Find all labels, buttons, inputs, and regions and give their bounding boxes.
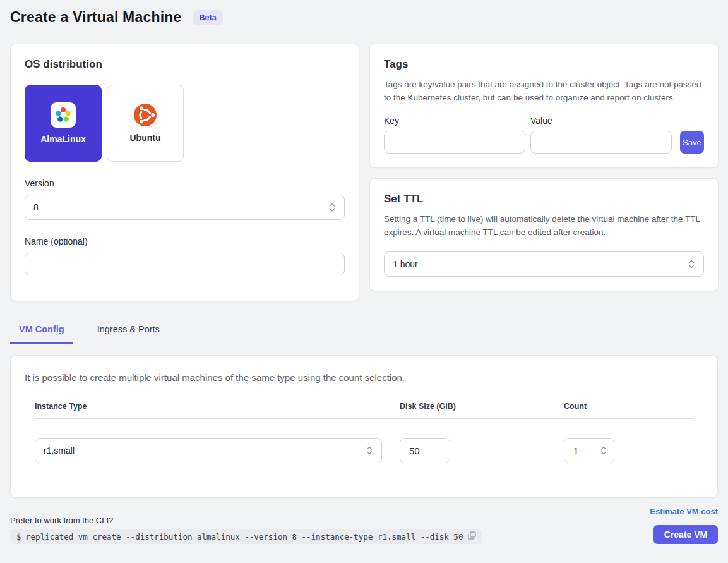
- config-tabs: VM Config Ingress & Ports: [10, 318, 718, 344]
- instance-type-value: r1.small: [44, 445, 75, 456]
- tag-inputs-row: Save: [384, 131, 704, 154]
- create-vm-button[interactable]: Create VM: [653, 525, 718, 544]
- almalinux-logo-icon: [51, 102, 76, 128]
- instance-type-select[interactable]: r1.small: [35, 438, 382, 463]
- count-stepper[interactable]: 1: [564, 438, 614, 463]
- cli-block: Prefer to work from the CLI? $ replicate…: [10, 516, 482, 544]
- version-label: Version: [25, 178, 345, 188]
- vm-name-label: Name (optional): [25, 236, 345, 246]
- os-distribution-heading: OS distribution: [25, 58, 345, 71]
- tag-value-label: Value: [530, 116, 677, 126]
- chevron-up-down-icon: [688, 259, 695, 269]
- os-tile-ubuntu[interactable]: Ubuntu: [107, 85, 184, 162]
- ttl-select-value: 1 hour: [393, 259, 418, 269]
- tab-ingress-ports[interactable]: Ingress & Ports: [88, 318, 169, 344]
- ubuntu-logo-icon: [134, 104, 157, 126]
- tag-key-label: Key: [384, 116, 530, 126]
- copy-icon[interactable]: [468, 531, 476, 542]
- version-select[interactable]: 8: [25, 195, 345, 220]
- tab-vm-config[interactable]: VM Config: [10, 318, 73, 344]
- page-header: Create a Virtual Machine Beta: [10, 9, 718, 26]
- os-tile-label: AlmaLinux: [40, 134, 86, 144]
- beta-badge: Beta: [193, 10, 223, 25]
- chevron-up-down-icon: [328, 202, 336, 212]
- vm-table-row: r1.small 1: [35, 438, 693, 481]
- save-tag-button[interactable]: Save: [680, 131, 704, 154]
- chevron-up-down-icon: [366, 445, 373, 456]
- cli-prompt: Prefer to work from the CLI?: [10, 516, 482, 525]
- count-value: 1: [573, 445, 578, 456]
- set-ttl-card: Set TTL Setting a TTL (time to live) wil…: [369, 178, 719, 291]
- os-tile-label: Ubuntu: [130, 133, 161, 143]
- os-tiles: AlmaLinux: [25, 85, 345, 162]
- tags-heading: Tags: [384, 58, 704, 71]
- estimate-vm-cost-link[interactable]: Estimate VM cost: [650, 507, 718, 516]
- os-distribution-card: OS distribution AlmaLinux: [10, 44, 359, 301]
- vm-config-intro: It is possible to create multiple virtua…: [25, 372, 703, 383]
- vm-table: Instance Type Disk Size (GiB) Count r1.s…: [25, 402, 703, 481]
- vm-table-header: Instance Type Disk Size (GiB) Count: [35, 402, 693, 419]
- disk-size-input[interactable]: [400, 438, 450, 463]
- set-ttl-heading: Set TTL: [384, 193, 704, 205]
- os-tile-almalinux[interactable]: AlmaLinux: [25, 85, 102, 162]
- cli-command-box: $ replicated vm create --distribution al…: [10, 529, 482, 544]
- tags-card: Tags Tags are key/value pairs that are a…: [369, 44, 719, 168]
- ttl-select[interactable]: 1 hour: [384, 251, 704, 277]
- tag-labels-row: Key Value: [384, 116, 704, 131]
- tag-key-input[interactable]: [384, 131, 525, 154]
- vm-name-input[interactable]: [25, 253, 345, 275]
- chevron-up-down-icon: [600, 445, 607, 456]
- version-select-value: 8: [33, 202, 39, 212]
- right-column: Tags Tags are key/value pairs that are a…: [369, 44, 719, 301]
- footer-actions: Estimate VM cost Create VM: [650, 507, 718, 544]
- tags-description: Tags are key/value pairs that are assign…: [384, 78, 704, 104]
- top-cards: OS distribution AlmaLinux: [10, 44, 718, 301]
- column-header-count: Count: [564, 402, 693, 411]
- page-title: Create a Virtual Machine: [10, 9, 182, 26]
- set-ttl-description: Setting a TTL (time to live) will automa…: [384, 213, 704, 239]
- tag-value-input[interactable]: [530, 131, 672, 154]
- column-header-disk-size: Disk Size (GiB): [400, 402, 564, 411]
- page-footer: Prefer to work from the CLI? $ replicate…: [10, 507, 718, 544]
- cli-command: $ replicated vm create --distribution al…: [16, 532, 463, 542]
- column-header-instance-type: Instance Type: [35, 402, 400, 411]
- vm-config-card: It is possible to create multiple virtua…: [10, 355, 718, 498]
